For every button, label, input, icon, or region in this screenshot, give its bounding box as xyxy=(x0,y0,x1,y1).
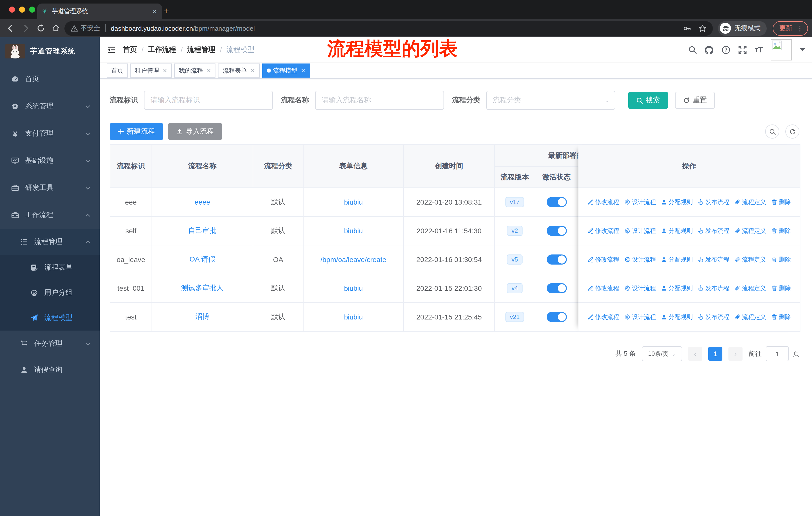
process-definition-link[interactable]: 流程定义 xyxy=(734,255,766,264)
edit-process-link[interactable]: 修改流程 xyxy=(587,255,619,264)
process-name-link[interactable]: eeee xyxy=(195,198,210,206)
tag-home[interactable]: 首页 xyxy=(107,63,128,78)
tag-my-process[interactable]: 我的流程✕ xyxy=(174,63,215,78)
avatar-caret-icon[interactable] xyxy=(800,48,805,51)
process-definition-link[interactable]: 流程定义 xyxy=(734,284,766,293)
assign-rule-link[interactable]: 分配规则 xyxy=(661,313,693,321)
delete-link[interactable]: 删除 xyxy=(771,226,791,235)
key-icon[interactable] xyxy=(683,24,691,32)
delete-link[interactable]: 删除 xyxy=(771,198,791,206)
form-info-link[interactable]: biubiu xyxy=(344,227,363,235)
form-info-link[interactable]: biubiu xyxy=(344,284,363,292)
forward-button[interactable] xyxy=(19,22,32,35)
status-toggle[interactable] xyxy=(547,312,567,322)
font-size-icon[interactable]: TT xyxy=(754,45,764,55)
assign-rule-link[interactable]: 分配规则 xyxy=(661,226,693,235)
fullscreen-icon[interactable] xyxy=(737,45,747,55)
status-toggle[interactable] xyxy=(547,283,567,293)
assign-rule-link[interactable]: 分配规则 xyxy=(661,284,693,293)
process-name-input[interactable]: 请输入流程名称 xyxy=(315,91,444,110)
publish-process-link[interactable]: 发布流程 xyxy=(698,226,729,235)
sidebar-item-home[interactable]: 首页 xyxy=(0,65,100,93)
tag-close-icon[interactable]: ✕ xyxy=(163,67,167,74)
assign-rule-link[interactable]: 分配规则 xyxy=(661,198,693,206)
goto-page-input[interactable]: 1 xyxy=(766,346,789,361)
page-1-button[interactable]: 1 xyxy=(708,347,722,361)
design-process-link[interactable]: 设计流程 xyxy=(624,284,656,293)
sidebar-item-process-form[interactable]: 流程表单 xyxy=(0,255,100,280)
edit-process-link[interactable]: 修改流程 xyxy=(587,226,619,235)
status-toggle[interactable] xyxy=(547,197,567,207)
sidebar-item-task-mgmt[interactable]: 任务管理 xyxy=(0,331,100,357)
edit-process-link[interactable]: 修改流程 xyxy=(587,284,619,293)
next-page-button[interactable]: › xyxy=(728,347,743,361)
process-name-link[interactable]: OA 请假 xyxy=(190,255,215,264)
breadcrumb-home[interactable]: 首页 xyxy=(123,45,137,54)
sidebar-item-devtools[interactable]: 研发工具 xyxy=(0,174,100,201)
back-button[interactable] xyxy=(4,22,17,35)
process-definition-link[interactable]: 流程定义 xyxy=(734,198,766,206)
publish-process-link[interactable]: 发布流程 xyxy=(698,284,729,293)
delete-link[interactable]: 删除 xyxy=(771,255,791,264)
home-button[interactable] xyxy=(49,22,62,35)
category-select[interactable]: 流程分类⌄ xyxy=(486,91,615,110)
tag-close-icon[interactable]: ✕ xyxy=(301,67,305,74)
status-toggle[interactable] xyxy=(547,254,567,265)
sidebar-item-infra[interactable]: 基础设施 xyxy=(0,147,100,174)
reset-button[interactable]: 重置 xyxy=(675,92,715,109)
tag-close-icon[interactable]: ✕ xyxy=(206,67,211,74)
tab-close-icon[interactable]: × xyxy=(151,7,158,15)
search-icon[interactable] xyxy=(688,45,697,55)
process-definition-link[interactable]: 流程定义 xyxy=(734,313,766,321)
show-search-toggle-button[interactable] xyxy=(765,125,779,139)
publish-process-link[interactable]: 发布流程 xyxy=(698,255,729,264)
design-process-link[interactable]: 设计流程 xyxy=(624,226,656,235)
process-name-link[interactable]: 测试多审批人 xyxy=(181,284,224,293)
design-process-link[interactable]: 设计流程 xyxy=(624,313,656,321)
design-process-link[interactable]: 设计流程 xyxy=(624,255,656,264)
page-size-select[interactable]: 10条/页 ⌄ xyxy=(642,346,682,361)
browser-update-button[interactable]: 更新 ⋮ xyxy=(773,21,808,35)
tag-tenant[interactable]: 租户管理✕ xyxy=(130,63,172,78)
edit-process-link[interactable]: 修改流程 xyxy=(587,198,619,206)
publish-process-link[interactable]: 发布流程 xyxy=(698,313,729,321)
browser-tab[interactable]: 芋道管理系统 × xyxy=(37,3,162,19)
form-info-link[interactable]: biubiu xyxy=(344,313,363,321)
process-name-link[interactable]: 自己审批 xyxy=(188,226,216,235)
reload-button[interactable] xyxy=(34,22,47,35)
breadcrumb-workflow[interactable]: 工作流程 xyxy=(148,45,176,54)
sidebar-item-payment[interactable]: ¥ 支付管理 xyxy=(0,120,100,147)
publish-process-link[interactable]: 发布流程 xyxy=(698,198,729,206)
tag-close-icon[interactable]: ✕ xyxy=(251,67,255,74)
zoom-window-button[interactable] xyxy=(29,6,35,12)
sidebar-item-process-model[interactable]: 流程模型 xyxy=(0,305,100,331)
search-button[interactable]: 搜索 xyxy=(628,92,668,109)
import-process-button[interactable]: 导入流程 xyxy=(168,123,222,140)
edit-process-link[interactable]: 修改流程 xyxy=(587,313,619,321)
status-toggle[interactable] xyxy=(547,226,567,236)
delete-link[interactable]: 删除 xyxy=(771,284,791,293)
help-icon[interactable] xyxy=(721,45,730,55)
prev-page-button[interactable]: ‹ xyxy=(688,347,702,361)
browser-menu-icon[interactable]: ⋮ xyxy=(796,24,804,32)
url-bar[interactable]: 不安全 dashboard.yudao.iocoder.cn/bpm/manag… xyxy=(64,21,713,35)
create-process-button[interactable]: 新建流程 xyxy=(110,123,163,140)
sidebar-collapse-icon[interactable] xyxy=(100,45,123,55)
process-definition-link[interactable]: 流程定义 xyxy=(734,226,766,235)
design-process-link[interactable]: 设计流程 xyxy=(624,198,656,206)
bookmark-star-icon[interactable] xyxy=(698,24,707,32)
sidebar-item-leave-query[interactable]: 请假查询 xyxy=(0,357,100,383)
sidebar-item-system[interactable]: 系统管理 xyxy=(0,93,100,120)
form-info-link[interactable]: /bpm/oa/leave/create xyxy=(320,255,386,264)
refresh-table-button[interactable] xyxy=(785,125,800,139)
assign-rule-link[interactable]: 分配规则 xyxy=(661,255,693,264)
minimize-window-button[interactable] xyxy=(19,6,25,12)
avatar[interactable] xyxy=(771,39,792,60)
sidebar-item-process-mgmt[interactable]: 流程管理 xyxy=(0,229,100,255)
github-icon[interactable] xyxy=(704,45,714,55)
form-info-link[interactable]: biubiu xyxy=(344,198,363,206)
process-name-link[interactable]: 滔博 xyxy=(195,313,209,322)
sidebar-item-workflow[interactable]: 工作流程 xyxy=(0,201,100,229)
sidebar-item-user-group[interactable]: 用户分组 xyxy=(0,280,100,305)
close-window-button[interactable] xyxy=(9,6,15,12)
